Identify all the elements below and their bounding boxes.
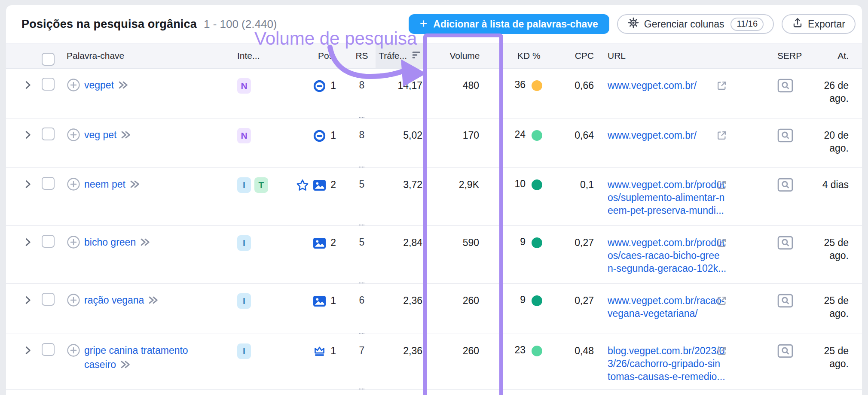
row-checkbox[interactable] [42,235,55,248]
intent-badge-N[interactable]: N [237,78,251,94]
add-keyword-icon[interactable] [67,235,80,252]
external-link-icon[interactable] [716,179,727,193]
add-keyword-icon[interactable] [67,128,80,144]
intent-badge-I[interactable]: I [237,343,251,359]
add-keyword-icon[interactable] [67,78,80,94]
rs-value[interactable]: 6 [359,294,365,334]
export-icon [792,17,803,31]
url-link[interactable]: www.vegpet.com.br/produtos/suplemento-al… [608,178,718,217]
traffic-header-label: Tráfe... [379,51,407,61]
table-row: veg pet N 1 8 5,02 170 24 0,64 www.vegpe… [6,118,862,167]
external-link-icon[interactable] [716,80,727,94]
position-value: 1 [330,344,336,357]
url-link[interactable]: www.vegpet.com.br/ [608,129,718,142]
expand-chevron-icon[interactable] [24,347,32,358]
rs-value[interactable]: 5 [359,236,365,283]
intent-badge-N[interactable]: N [237,128,251,143]
row-checkbox[interactable] [42,78,55,91]
external-link-icon[interactable] [716,295,727,309]
double-chevron-icon[interactable] [139,237,151,251]
position-value: 1 [330,294,336,307]
next-row-sliver [6,389,862,395]
add-keyword-icon[interactable] [67,343,80,360]
double-chevron-icon[interactable] [129,179,141,193]
expand-chevron-icon[interactable] [24,82,32,93]
column-header-url[interactable]: URL [608,43,737,68]
rs-value[interactable]: 8 [359,79,365,118]
external-link-icon[interactable] [716,237,727,251]
column-header-pos[interactable]: Pos. [284,43,348,68]
rs-value[interactable]: 8 [359,129,365,167]
serp-preview-icon[interactable] [777,236,793,250]
external-link-icon[interactable] [716,345,727,359]
intent-badge-I[interactable]: I [237,293,251,309]
expand-chevron-icon[interactable] [24,297,32,308]
add-to-keyword-list-button[interactable]: + Adicionar à lista de palavras-chave [409,14,609,34]
kd-value: 10 [514,178,526,190]
column-header-traffic[interactable]: Tráfe... [376,43,425,68]
column-header-cpc[interactable]: CPC [562,43,608,68]
intent-badge-I[interactable]: I [237,235,251,251]
keyword-link[interactable]: gripe canina tratamento caseiro [84,345,188,370]
serp-preview-icon[interactable] [777,79,793,93]
export-button[interactable]: Exportar [782,14,856,34]
column-header-rs[interactable]: RS [348,43,376,68]
url-link[interactable]: blog.vegpet.com.br/2023/03/26/cachorro-g… [608,344,718,383]
double-chevron-icon[interactable] [120,129,132,143]
url-link[interactable]: www.vegpet.com.br/ [608,79,718,92]
url-link[interactable]: www.vegpet.com.br/produtos/caes-racao-bi… [608,236,718,275]
double-chevron-icon[interactable] [119,359,131,373]
row-checkbox[interactable] [42,177,55,190]
row-checkbox[interactable] [42,128,55,140]
column-header-updated[interactable]: At. [797,43,862,68]
updated-value: 25 de ago. [797,334,862,389]
double-chevron-icon[interactable] [147,295,159,309]
column-header-keyword[interactable]: Palavra-chave [60,43,223,68]
rs-value[interactable]: 5 [359,178,365,225]
row-checkbox[interactable] [42,293,55,306]
rs-value[interactable]: 7 [359,344,365,389]
serp-preview-icon[interactable] [777,128,793,143]
sort-descending-icon[interactable] [411,50,422,62]
url-link[interactable]: www.vegpet.com.br/racao-vegana-vegetaria… [608,294,718,320]
keyword-link[interactable]: ração vegana [84,295,144,306]
row-checkbox[interactable] [42,343,55,356]
traffic-value: 3,72 [376,168,425,225]
gear-icon [627,17,639,31]
double-chevron-icon[interactable] [117,79,129,94]
column-header-intent[interactable]: Inte... [223,43,284,68]
select-all-checkbox[interactable] [42,53,55,66]
add-keyword-icon[interactable] [67,177,80,194]
manage-columns-button[interactable]: Gerenciar colunas 11/16 [617,14,774,34]
table-row: neem pet IT 2 5 3,72 2,9K 10 0,1 www.veg… [6,167,862,225]
cpc-value: 0,1 [562,168,608,225]
column-header-kd[interactable]: KD % [504,43,562,68]
intent-badge-T[interactable]: T [254,177,268,193]
link-circle-icon [313,79,326,93]
keyword-link[interactable]: neem pet [84,179,125,190]
keyword-link[interactable]: veg pet [84,129,116,140]
keyword-link[interactable]: vegpet [84,79,114,91]
column-header-serp[interactable]: SERP [737,43,797,68]
kd-value: 23 [514,344,526,356]
external-link-icon[interactable] [716,130,727,144]
add-to-keyword-list-label: Adicionar à lista de palavras-chave [433,18,598,30]
expand-chevron-icon[interactable] [24,239,32,250]
add-keyword-icon[interactable] [67,293,80,310]
updated-value: 4 dias [797,168,862,225]
expand-chevron-icon[interactable] [24,131,32,143]
updated-value: 20 de ago. [797,118,862,167]
kd-value: 9 [520,236,526,248]
traffic-value: 5,02 [376,118,425,167]
table-header: Palavra-chave Inte... Pos. RS Tráfe... V… [6,43,862,69]
crown-icon [313,345,326,358]
intent-badge-I[interactable]: I [237,177,251,193]
expand-chevron-icon[interactable] [24,181,32,192]
serp-preview-icon[interactable] [777,178,793,192]
keyword-link[interactable]: bicho green [84,237,136,248]
column-header-volume[interactable]: Volume [425,43,504,68]
volume-value: 590 [425,226,504,283]
kd-dot [532,130,542,141]
serp-preview-icon[interactable] [777,294,793,308]
serp-preview-icon[interactable] [777,344,793,358]
